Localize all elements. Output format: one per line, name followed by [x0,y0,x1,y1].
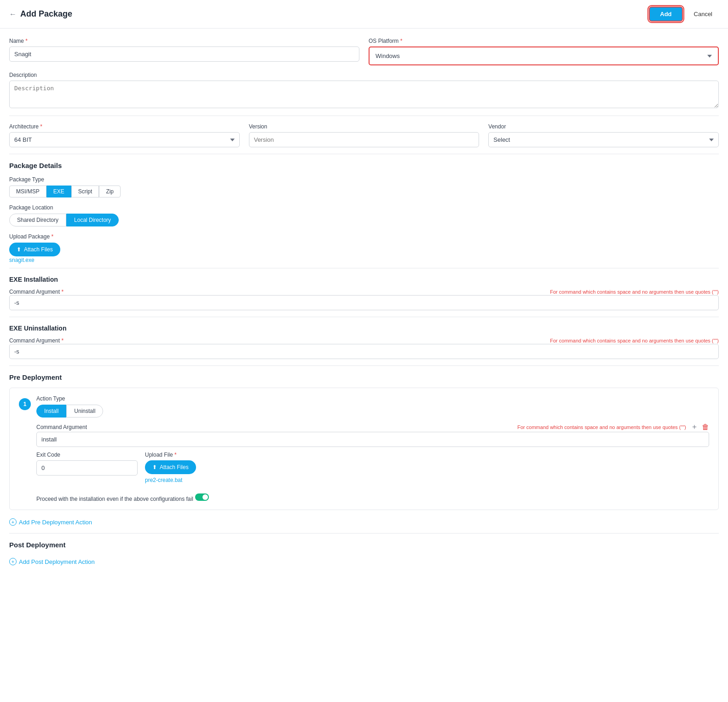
exe-installation-section: EXE Installation Command Argument * For … [9,276,719,310]
proceed-group: Proceed with the installation even if th… [36,491,709,502]
location-local[interactable]: Local Directory [66,214,119,226]
add-post-deploy-action[interactable]: + Add Post Deployment Action [9,558,95,565]
proceed-toggle[interactable] [195,493,209,501]
pre-deployment-section: Pre Deployment 1 Action Type Install Uni… [9,373,719,526]
pre-deploy-cmd-label-row: Command Argument For command which conta… [36,422,709,432]
attach-icon: ⬆ [17,246,21,253]
exit-upload-row: Exit Code Upload File * ⬆ Attach Files [36,452,709,483]
action-type-toggles: Install Uninstall [36,405,709,418]
vendor-label: Vendor [488,123,719,130]
page-header: ← Add Package Add Cancel [0,0,728,29]
upload-required: * [50,233,53,240]
header-actions: Add Cancel [649,6,719,22]
vendor-group: Vendor Select [488,123,719,147]
name-required: * [24,38,28,44]
upload-file-label: Upload File * [145,452,246,458]
package-file-link[interactable]: snagit.exe [9,257,35,263]
add-post-deploy-icon: + [9,558,17,565]
exe-installation-title: EXE Installation [9,276,719,283]
exe-uninstall-label-row: Command Argument * For command which con… [9,337,719,344]
package-location-toggles: Shared Directory Local Directory [9,214,719,226]
exe-uninstall-cmd-label: Command Argument * [9,337,64,344]
os-required: * [399,38,402,44]
pkg-type-script[interactable]: Script [71,186,99,197]
pre-deploy-file-link[interactable]: pre2-create.bat [145,477,182,483]
pre-deploy-cmd-group: Command Argument For command which conta… [36,422,709,447]
pre-deploy-cmd-hint: For command which contains space and no … [92,424,686,430]
os-platform-box: Windows Mac Linux [369,46,719,65]
package-type-label: Package Type [9,176,44,183]
arch-required: * [39,123,42,130]
arch-ver-vendor-row: Architecture * 64 BIT 32 BIT Version Ven… [9,123,719,147]
upload-file-required: * [173,452,177,458]
page-title: Add Package [20,9,72,19]
package-type-group-container: Package Type MSI/MSP EXE Script Zip [9,176,719,197]
pkg-type-zip[interactable]: Zip [99,186,121,197]
name-input[interactable] [9,46,359,62]
add-item-button[interactable]: ＋ [691,422,698,432]
os-platform-group: OS Platform * Windows Mac Linux [369,38,719,65]
add-pre-deploy-label: Add Pre Deployment Action [19,519,92,526]
add-pre-deploy-icon: + [9,518,17,526]
description-input[interactable] [9,81,719,108]
pre-deploy-attach-icon: ⬆ [152,464,157,470]
description-group: Description [9,72,719,108]
pre-deploy-cmd-input[interactable] [36,432,709,447]
pre-deploy-action-icons: ＋ 🗑 [691,422,709,432]
exe-uninstall-hint: For command which contains space and no … [68,338,719,343]
exe-uninstallation-title: EXE Uninstallation [9,325,719,332]
form-container: Name * OS Platform * Windows Mac Linux D… [0,29,728,574]
pkg-type-msi[interactable]: MSI/MSP [9,186,46,197]
add-button[interactable]: Add [649,6,682,22]
exit-code-group: Exit Code [36,452,138,476]
package-details-section: Package Details Package Type MSI/MSP EXE… [9,162,719,263]
exe-install-cmd-label: Command Argument * [9,289,64,295]
architecture-group: Architecture * 64 BIT 32 BIT [9,123,240,147]
exe-uninstall-cmd-input[interactable] [9,344,719,359]
architecture-select[interactable]: 64 BIT 32 BIT [9,132,240,147]
action-uninstall-btn[interactable]: Uninstall [66,405,103,418]
os-platform-label: OS Platform * [369,38,719,44]
pre-deployment-title: Pre Deployment [9,373,719,381]
name-label: Name * [9,38,359,44]
pre-deploy-card: 1 Action Type Install Uninstall [9,388,719,510]
cancel-button[interactable]: Cancel [688,7,719,21]
pkg-type-exe[interactable]: EXE [46,186,71,197]
exe-uninstallation-section: EXE Uninstallation Command Argument * Fo… [9,325,719,359]
exe-uninstall-command-group: Command Argument * For command which con… [9,337,719,359]
action-type-group: Action Type Install Uninstall [36,395,709,418]
package-location-group: Package Location Shared Directory Local … [9,204,719,226]
pre-deploy-content: Action Type Install Uninstall Command Ar… [36,395,709,502]
pre-deploy-number-badge: 1 [19,398,31,410]
proceed-label: Proceed with the installation even if th… [36,496,193,502]
delete-item-button[interactable]: 🗑 [702,423,709,431]
os-platform-select[interactable]: Windows Mac Linux [371,49,716,63]
attach-files-button[interactable]: ⬆ Attach Files [9,243,60,256]
pre-deploy-attach-btn[interactable]: ⬆ Attach Files [145,460,196,474]
upload-file-group: Upload File * ⬆ Attach Files pre2-create… [145,452,246,483]
pre-deploy-inner: 1 Action Type Install Uninstall [19,395,709,502]
package-details-title: Package Details [9,162,719,169]
action-install-btn[interactable]: Install [36,405,66,418]
location-shared[interactable]: Shared Directory [9,214,66,226]
version-label: Version [249,123,480,130]
post-deployment-section: Post Deployment + Add Post Deployment Ac… [9,541,719,565]
pre-deploy-number-area: 1 [19,395,31,502]
exe-install-cmd-input[interactable] [9,295,719,310]
action-type-label: Action Type [36,395,709,402]
upload-package-label: Upload Package * [9,233,53,240]
description-label: Description [9,72,719,78]
architecture-label: Architecture * [9,123,240,130]
exit-code-input[interactable] [36,460,138,476]
name-field-group: Name * [9,38,359,65]
exit-code-label: Exit Code [36,452,138,458]
version-input[interactable] [249,132,480,147]
post-deployment-title: Post Deployment [9,541,719,549]
add-post-deploy-label: Add Post Deployment Action [19,558,95,565]
add-pre-deploy-action[interactable]: + Add Pre Deployment Action [9,518,92,526]
pre-deploy-cmd-label: Command Argument [36,424,87,430]
upload-package-group: Upload Package * ⬆ Attach Files snagit.e… [9,233,719,263]
exe-install-label-row: Command Argument * For command which con… [9,289,719,295]
back-button[interactable]: ← [9,10,17,18]
vendor-select[interactable]: Select [488,132,719,147]
